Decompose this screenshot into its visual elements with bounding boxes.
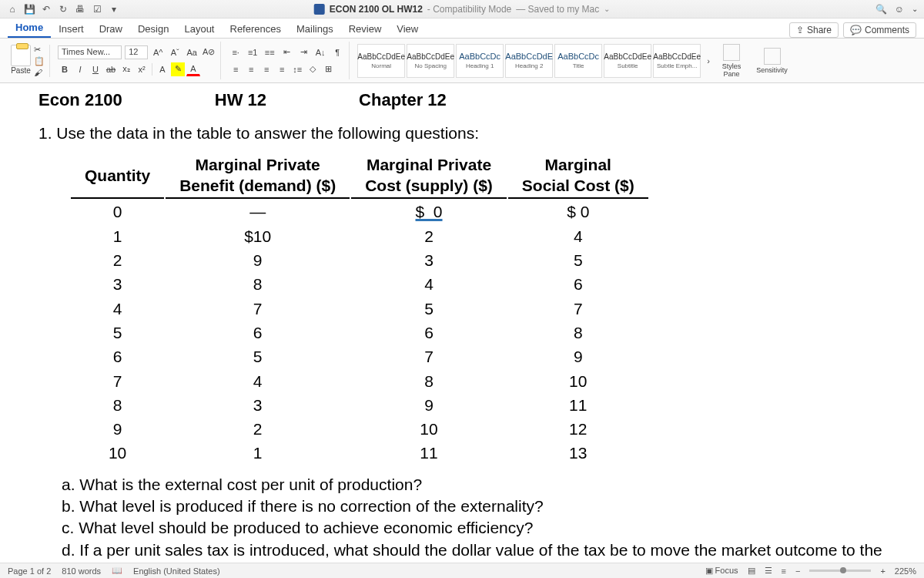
clear-format-icon[interactable]: A⊘ xyxy=(202,45,216,59)
align-right-icon[interactable]: ≡ xyxy=(259,62,273,76)
check-icon[interactable]: ☑ xyxy=(91,3,103,15)
strike-button[interactable]: ab xyxy=(104,62,118,76)
language-indicator[interactable]: English (United States) xyxy=(133,566,220,576)
paste-icon[interactable] xyxy=(11,45,31,66)
cut-icon[interactable]: ✂ xyxy=(34,45,45,55)
style-tile-heading-1[interactable]: AaBbCcDcHeading 1 xyxy=(456,44,504,78)
table-cell: 5 xyxy=(508,249,648,271)
zoom-level[interactable]: 225% xyxy=(895,566,916,576)
table-row: 74810 xyxy=(71,370,648,392)
focus-mode-button[interactable]: ▣ Focus xyxy=(705,566,738,576)
shading-icon[interactable]: ◇ xyxy=(306,62,320,76)
decrease-indent-icon[interactable]: ⇤ xyxy=(280,45,293,59)
styles-more-icon[interactable]: › xyxy=(704,56,713,66)
styles-pane-icon xyxy=(723,44,740,61)
search-icon[interactable]: 🔍 xyxy=(875,4,887,15)
highlight-icon[interactable]: ✎ xyxy=(171,62,185,76)
table-cell: 10 xyxy=(351,418,507,440)
styles-gallery[interactable]: AaBbCcDdEeNormalAaBbCcDdEeNo SpacingAaBb… xyxy=(357,44,701,78)
table-cell: 4 xyxy=(166,370,350,392)
table-cell: 7 xyxy=(71,370,164,392)
tab-design[interactable]: Design xyxy=(130,20,176,38)
table-cell: 3 xyxy=(351,249,507,271)
smiley-icon[interactable]: ☺ xyxy=(895,4,904,15)
text-effects-icon[interactable]: A xyxy=(156,62,169,76)
tab-view[interactable]: View xyxy=(389,20,426,38)
tab-insert[interactable]: Insert xyxy=(51,20,92,38)
sort-icon[interactable]: A↓ xyxy=(313,45,327,59)
zoom-out-icon[interactable]: − xyxy=(795,566,800,576)
table-header: Marginal PrivateCost (supply) ($) xyxy=(351,154,507,200)
style-tile-subtle-emph-[interactable]: AaBbCcDdEeSubtle Emph... xyxy=(653,44,701,78)
style-tile-title[interactable]: AaBbCcDcTitle xyxy=(554,44,602,78)
styles-pane-button[interactable]: Styles Pane xyxy=(716,44,748,78)
decrease-font-icon[interactable]: Aˇ xyxy=(168,45,182,59)
table-cell: 4 xyxy=(351,273,507,295)
borders-icon[interactable]: ⊞ xyxy=(321,62,335,76)
print-icon[interactable]: 🖶 xyxy=(74,3,86,15)
tab-review[interactable]: Review xyxy=(341,20,390,38)
style-tile-heading-2[interactable]: AaBbCcDdEHeading 2 xyxy=(505,44,553,78)
chevron-down-icon[interactable]: ⌄ xyxy=(604,5,610,13)
format-painter-icon[interactable]: 🖌 xyxy=(34,68,45,77)
table-cell: 5 xyxy=(71,321,164,344)
chevron-down-icon[interactable]: ⌄ xyxy=(912,5,918,13)
question-1-intro: 1. Use the data in the table to answer t… xyxy=(38,123,886,143)
course-label: Econ 2100 xyxy=(38,89,122,112)
comments-button[interactable]: 💬Comments xyxy=(843,22,916,38)
align-center-icon[interactable]: ≡ xyxy=(244,62,258,76)
tab-home[interactable]: Home xyxy=(8,18,51,38)
redo-icon[interactable]: ↻ xyxy=(57,3,69,15)
document-page[interactable]: Econ 2100 HW 12 Chapter 12 1. Use the da… xyxy=(38,89,886,563)
spellcheck-icon[interactable]: 📖 xyxy=(112,566,122,576)
table-row: 4757 xyxy=(71,297,648,320)
align-left-icon[interactable]: ≡ xyxy=(229,62,243,76)
zoom-in-icon[interactable]: + xyxy=(880,566,885,576)
word-icon xyxy=(314,4,325,15)
justify-icon[interactable]: ≡ xyxy=(275,62,289,76)
increase-font-icon[interactable]: A^ xyxy=(151,45,165,59)
clipboard-group: Paste ✂ 📋 🖌 xyxy=(6,45,50,77)
table-cell: 8 xyxy=(508,321,648,344)
change-case-icon[interactable]: Aa xyxy=(185,45,199,59)
view-icon-3[interactable]: ≡ xyxy=(782,566,786,576)
table-row: 921012 xyxy=(71,418,648,440)
save-icon[interactable]: 💾 xyxy=(23,3,35,15)
increase-indent-icon[interactable]: ⇥ xyxy=(296,45,310,59)
tab-draw[interactable]: Draw xyxy=(92,20,130,38)
style-tile-subtitle[interactable]: AaBbCcDdEeSubtitle xyxy=(604,44,651,78)
share-button[interactable]: ⇪Share xyxy=(789,22,839,38)
superscript-button[interactable]: x² xyxy=(135,62,149,76)
document-area[interactable]: Econ 2100 HW 12 Chapter 12 1. Use the da… xyxy=(0,83,924,563)
view-icon-1[interactable]: ▤ xyxy=(748,566,755,576)
table-header: Quantity xyxy=(71,154,164,200)
qat-dropdown-icon[interactable]: ▾ xyxy=(108,3,120,15)
numbering-icon[interactable]: ≡1 xyxy=(246,45,259,59)
table-row: 6579 xyxy=(71,345,648,368)
tab-mailings[interactable]: Mailings xyxy=(289,20,341,38)
word-count[interactable]: 810 words xyxy=(62,566,101,576)
bullets-icon[interactable]: ≡· xyxy=(229,45,243,59)
copy-icon[interactable]: 📋 xyxy=(34,56,45,66)
undo-icon[interactable]: ↶ xyxy=(40,3,52,15)
paragraph-mark-icon[interactable]: ¶ xyxy=(330,45,344,59)
font-size-select[interactable]: 12 xyxy=(125,45,148,59)
bold-button[interactable]: B xyxy=(58,62,72,76)
tab-layout[interactable]: Layout xyxy=(176,20,222,38)
sensitivity-button[interactable]: Sensitivity xyxy=(750,48,794,74)
table-cell: 6 xyxy=(166,321,350,344)
subscript-button[interactable]: x₂ xyxy=(119,62,133,76)
style-tile-no-spacing[interactable]: AaBbCcDdEeNo Spacing xyxy=(407,44,454,78)
multilevel-icon[interactable]: ≡≡ xyxy=(263,45,276,59)
underline-button[interactable]: U xyxy=(89,62,102,76)
home-icon[interactable]: ⌂ xyxy=(6,3,18,15)
font-name-select[interactable]: Times New... xyxy=(58,45,122,59)
style-tile-normal[interactable]: AaBbCcDdEeNormal xyxy=(357,44,405,78)
italic-button[interactable]: I xyxy=(73,62,87,76)
line-spacing-icon[interactable]: ↕≡ xyxy=(290,62,304,76)
tab-references[interactable]: References xyxy=(223,20,289,38)
font-color-icon[interactable]: A xyxy=(186,62,200,76)
page-indicator[interactable]: Page 1 of 2 xyxy=(8,566,51,576)
view-icon-2[interactable]: ☰ xyxy=(765,566,772,576)
zoom-slider[interactable] xyxy=(809,570,871,572)
